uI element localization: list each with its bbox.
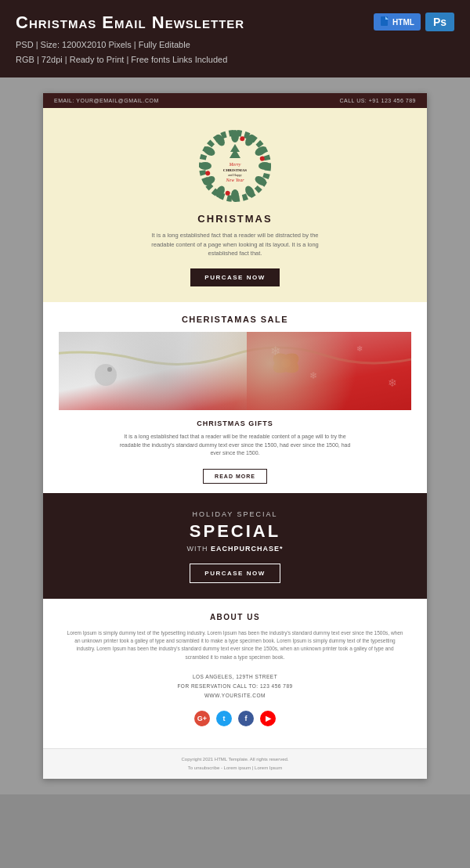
hero-purchase-button[interactable]: PURCASE NOW <box>190 268 279 286</box>
promo-purchase-button[interactable]: PURCASE NOW <box>190 564 280 583</box>
email-about-section: ABOUT US Lorem Ipsum is simply dummy tex… <box>43 599 427 749</box>
preview-wrapper: EMAIL: YOUR@EMAIL@GMAIL.COM CALL US: +91… <box>0 77 470 794</box>
page-header: Christmas Email Newsletter PSD | Size: 1… <box>0 0 470 77</box>
email-preview: EMAIL: YOUR@EMAIL@GMAIL.COM CALL US: +91… <box>43 93 427 778</box>
phone-contact: CALL US: +91 123 456 789 <box>339 98 416 103</box>
svg-point-9 <box>231 189 239 202</box>
svg-point-3 <box>231 130 239 142</box>
page-title: Christmas Email Newsletter <box>16 13 361 33</box>
youtube-icon[interactable]: ▶ <box>260 711 276 726</box>
svg-text:New Year: New Year <box>226 178 245 182</box>
facebook-icon[interactable]: f <box>238 711 254 726</box>
promo-subtitle: HOLIDAY SPECIAL <box>59 510 411 518</box>
wreath-svg: Merry CHRISTMAS and Happy New Year <box>196 127 274 205</box>
email-promo-section: HOLIDAY SPECIAL SPECIAL WITH EACHPURCHAS… <box>43 493 427 599</box>
email-hero-section: Merry CHRISTMAS and Happy New Year CHRIS… <box>43 108 427 302</box>
wreath-logo: Merry CHRISTMAS and Happy New Year <box>196 127 274 205</box>
header-text-block: Christmas Email Newsletter PSD | Size: 1… <box>16 13 361 67</box>
address-line-1: LOS ANGELES, 129TH STREET <box>67 672 403 682</box>
svg-point-18 <box>205 171 211 176</box>
email-footer: Copyright 2021 HTML Template. All rights… <box>43 748 427 779</box>
about-body: Lorem Ipsum is simply dummy text of the … <box>67 629 403 662</box>
file-icon <box>380 16 389 27</box>
footer-unsubscribe: To unsubscribe - Lorem ipsum | Lorem Ips… <box>59 764 411 773</box>
email-contact: EMAIL: YOUR@EMAIL@GMAIL.COM <box>54 98 159 103</box>
hero-title: CHRISTMAS <box>59 213 411 225</box>
promo-tagline: WITH EACHPURCHASE* <box>59 545 411 553</box>
promo-title: SPECIAL <box>59 521 411 542</box>
svg-point-12 <box>199 162 212 170</box>
twitter-icon[interactable]: t <box>216 711 232 726</box>
hero-body: It is a long established fact that a rea… <box>149 231 321 258</box>
about-address: LOS ANGELES, 129TH STREET FOR RESERVATIO… <box>67 672 403 700</box>
read-more-button[interactable]: READ MORE <box>203 469 267 484</box>
svg-text:Merry: Merry <box>229 162 241 167</box>
svg-point-16 <box>225 190 230 196</box>
email-sale-section: CHERISTAMAS SALE <box>43 302 427 493</box>
address-line-2: FOR RESERVATION CALL TO: 123 456 789 <box>67 682 403 691</box>
promo-tagline-bold: EACHPURCHASE* <box>211 545 284 553</box>
google-plus-icon[interactable]: G+ <box>194 711 210 726</box>
address-line-3: WWW.YOURSITE.COM <box>67 691 403 701</box>
svg-text:and Happy: and Happy <box>228 173 241 177</box>
email-topbar: EMAIL: YOUR@EMAIL@GMAIL.COM CALL US: +91… <box>43 93 427 108</box>
sale-image-overlay <box>59 332 411 410</box>
ps-badge: Ps <box>425 13 454 31</box>
social-icons-row: G+ t f ▶ <box>67 711 403 726</box>
footer-copyright: Copyright 2021 HTML Template. All rights… <box>59 755 411 764</box>
svg-point-6 <box>258 162 271 170</box>
svg-text:CHRISTMAS: CHRISTMAS <box>223 168 248 172</box>
about-title: ABOUT US <box>67 613 403 621</box>
gifts-body: It is a long established fact that a rea… <box>118 433 352 458</box>
html-badge: HTML <box>374 13 421 31</box>
sale-title: CHERISTAMAS SALE <box>59 315 411 324</box>
sale-image: ❄ ❄ ❄ ❄ <box>59 332 411 410</box>
format-badges: HTML Ps <box>374 13 454 31</box>
meta-line-1: PSD | Size: 1200X2010 Pixels | Fully Edi… <box>16 38 361 52</box>
meta-line-2: RGB | 72dpi | Ready to Print | Free font… <box>16 52 361 67</box>
gifts-title: CHRISTMAS GIFTS <box>59 420 411 427</box>
